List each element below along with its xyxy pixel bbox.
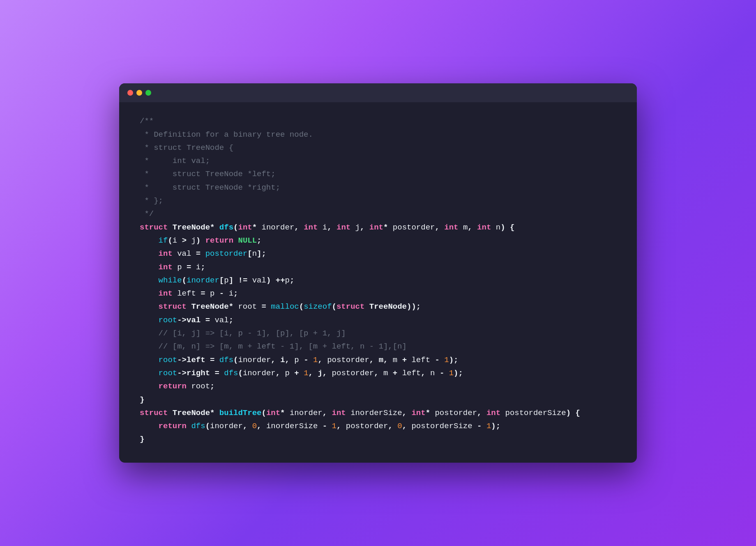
code-line-12: int p = i; [140,261,616,274]
code-line-10: if(i > j) return NULL; [140,234,616,247]
code-line-5: * struct TreeNode *left; [140,167,616,181]
code-line-13: while(inorder[p] != val) ++p; [140,274,616,287]
code-editor: /** * Definition for a binary tree node.… [119,102,637,462]
code-line-18: // [m, n] => [m, m + left - 1], [m + lef… [140,340,616,353]
code-line-21: return root; [140,380,616,393]
code-line-2: * Definition for a binary tree node. [140,128,616,141]
code-line-22: } [140,393,616,406]
code-line-25: } [140,433,616,446]
code-line-15: struct TreeNode* root = malloc(sizeof(st… [140,300,616,313]
code-line-20: root->right = dfs(inorder, p + 1, j, pos… [140,367,616,380]
code-line-19: root->left = dfs(inorder, i, p - 1, post… [140,353,616,367]
maximize-dot[interactable] [145,90,151,96]
code-line-17: // [i, j] => [i, p - 1], [p], [p + 1, j] [140,327,616,340]
code-line-4: * int val; [140,154,616,167]
code-line-8: */ [140,207,616,220]
titlebar [119,83,637,102]
code-line-6: * struct TreeNode *right; [140,181,616,194]
code-line-24: return dfs(inorder, 0, inorderSize - 1, … [140,420,616,433]
code-line-9: struct TreeNode* dfs(int* inorder, int i… [140,221,616,234]
code-line-23: struct TreeNode* buildTree(int* inorder,… [140,406,616,420]
code-line-14: int left = p - i; [140,287,616,300]
minimize-dot[interactable] [136,90,142,96]
close-dot[interactable] [127,90,133,96]
code-line-7: * }; [140,194,616,207]
code-line-1: /** [140,115,616,128]
code-window: /** * Definition for a binary tree node.… [119,83,637,462]
code-line-3: * struct TreeNode { [140,141,616,154]
code-line-11: int val = postorder[n]; [140,247,616,260]
code-line-16: root->val = val; [140,314,616,327]
